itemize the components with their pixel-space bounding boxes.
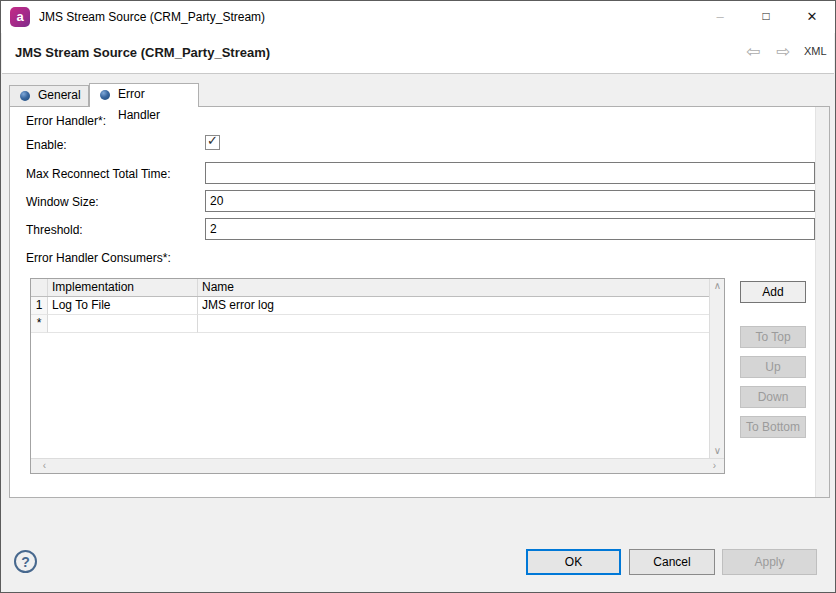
- consumers-section-label: Error Handler Consumers*:: [26, 251, 171, 265]
- check-icon: ✓: [207, 133, 218, 148]
- app-logo-icon: a: [10, 7, 30, 27]
- error-handler-section-label: Error Handler*:: [26, 114, 106, 128]
- to-top-button[interactable]: To Top: [740, 326, 806, 348]
- max-reconnect-label: Max Reconnect Total Time:: [26, 167, 171, 181]
- table-row[interactable]: 1 Log To File JMS error log: [31, 297, 709, 315]
- add-button[interactable]: Add: [740, 281, 806, 303]
- forward-arrow-icon[interactable]: ⇨: [776, 41, 790, 62]
- scroll-up-icon[interactable]: ∧: [710, 279, 725, 293]
- dialog-header: JMS Stream Source (CRM_Party_Stream) ⇦ ⇨…: [2, 33, 834, 74]
- column-header-name[interactable]: Name: [198, 279, 709, 296]
- maximize-button[interactable]: □: [743, 1, 789, 32]
- column-header-implementation[interactable]: Implementation: [48, 279, 198, 296]
- table-body: Implementation Name 1 Log To File JMS er…: [31, 279, 709, 458]
- tab-dot-icon: [100, 90, 110, 100]
- dialog-footer: ? OK Cancel Apply: [1, 498, 836, 593]
- enable-label: Enable:: [26, 138, 67, 152]
- panel-scrollbar[interactable]: [815, 107, 829, 497]
- table-vertical-scrollbar[interactable]: ∧ ∨: [709, 279, 724, 458]
- xml-view-link[interactable]: XML: [804, 45, 827, 57]
- close-button[interactable]: ✕: [789, 1, 835, 32]
- row-number-header: [31, 279, 48, 296]
- tab-error-handler[interactable]: Error Handler: [89, 83, 199, 107]
- implementation-cell[interactable]: [48, 315, 198, 333]
- apply-button[interactable]: Apply: [722, 549, 817, 575]
- threshold-input[interactable]: [205, 218, 815, 240]
- table-horizontal-scrollbar[interactable]: ‹ ›: [31, 458, 724, 473]
- window-size-input[interactable]: [205, 190, 815, 212]
- tab-dot-icon: [20, 91, 30, 101]
- error-handler-panel: Error Handler*: Enable: ✓ Max Reconnect …: [9, 106, 830, 498]
- threshold-label: Threshold:: [26, 223, 83, 237]
- scroll-left-icon[interactable]: ‹: [37, 459, 52, 473]
- to-bottom-button[interactable]: To Bottom: [740, 416, 806, 438]
- up-button[interactable]: Up: [740, 356, 806, 378]
- row-number-cell: 1: [31, 297, 48, 315]
- consumers-table: Implementation Name 1 Log To File JMS er…: [30, 278, 725, 474]
- name-cell[interactable]: [198, 315, 709, 333]
- enable-checkbox[interactable]: ✓: [205, 135, 220, 150]
- window-title: JMS Stream Source (CRM_Party_Stream): [39, 10, 265, 24]
- implementation-cell[interactable]: Log To File: [48, 297, 198, 315]
- page-title: JMS Stream Source (CRM_Party_Stream): [15, 45, 270, 60]
- tab-label: Error Handler: [118, 87, 160, 122]
- ok-button[interactable]: OK: [526, 549, 621, 575]
- down-button[interactable]: Down: [740, 386, 806, 408]
- name-cell[interactable]: JMS error log: [198, 297, 709, 315]
- scroll-down-icon[interactable]: ∨: [710, 444, 725, 458]
- table-header-row: Implementation Name: [31, 279, 709, 297]
- tab-label: General: [38, 88, 81, 102]
- scroll-right-icon[interactable]: ›: [707, 459, 722, 473]
- tab-general[interactable]: General: [9, 85, 89, 106]
- cancel-button[interactable]: Cancel: [629, 549, 715, 575]
- title-bar: a JMS Stream Source (CRM_Party_Stream) –…: [1, 1, 835, 33]
- max-reconnect-input[interactable]: [205, 162, 815, 184]
- window-size-label: Window Size:: [26, 195, 99, 209]
- row-number-cell: *: [31, 315, 48, 333]
- minimize-button[interactable]: –: [697, 1, 743, 32]
- back-arrow-icon[interactable]: ⇦: [746, 41, 760, 62]
- table-row-new[interactable]: *: [31, 315, 709, 333]
- dialog-window: a JMS Stream Source (CRM_Party_Stream) –…: [0, 0, 836, 593]
- help-button[interactable]: ?: [14, 550, 37, 573]
